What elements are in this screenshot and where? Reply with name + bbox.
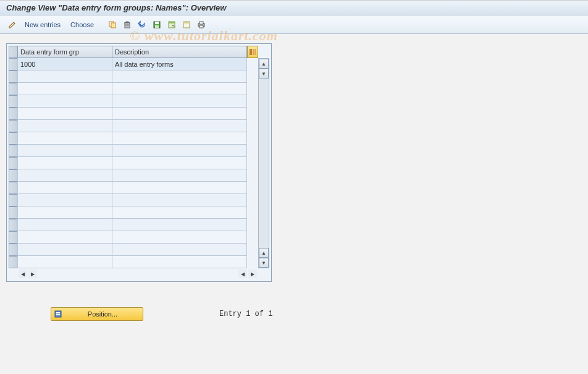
cell-description[interactable] bbox=[112, 231, 247, 244]
new-entries-link[interactable]: New entries bbox=[21, 20, 64, 30]
row-selector[interactable] bbox=[9, 108, 17, 120]
deselect-all-icon[interactable] bbox=[180, 19, 193, 31]
svg-rect-9 bbox=[183, 22, 190, 23]
row-selector[interactable] bbox=[9, 157, 17, 169]
cell-group[interactable] bbox=[17, 256, 112, 268]
cell-group[interactable] bbox=[17, 83, 112, 95]
svg-rect-12 bbox=[200, 25, 203, 28]
cell-group[interactable] bbox=[17, 194, 112, 206]
scroll-left-icon[interactable]: ◀ bbox=[238, 270, 247, 278]
table-row[interactable] bbox=[9, 169, 269, 182]
scroll-right-icon[interactable]: ▶ bbox=[28, 270, 37, 278]
row-selector[interactable] bbox=[9, 70, 17, 83]
table-row[interactable] bbox=[9, 256, 269, 268]
cell-group[interactable] bbox=[17, 108, 112, 120]
cell-group[interactable]: 1000 bbox=[17, 58, 112, 70]
row-selector[interactable] bbox=[9, 256, 17, 268]
cell-description[interactable] bbox=[112, 256, 247, 268]
table-row[interactable] bbox=[9, 83, 269, 95]
svg-rect-13 bbox=[250, 49, 252, 55]
cell-description[interactable] bbox=[112, 244, 247, 256]
table-row[interactable] bbox=[9, 231, 269, 244]
cell-group[interactable] bbox=[17, 182, 112, 194]
row-selector[interactable] bbox=[9, 219, 17, 231]
cell-description[interactable] bbox=[112, 182, 247, 194]
scroll-down-icon[interactable]: ▼ bbox=[259, 69, 269, 79]
cell-description[interactable] bbox=[112, 157, 247, 169]
cell-group[interactable] bbox=[17, 231, 112, 244]
scroll-right-icon[interactable]: ▶ bbox=[248, 270, 257, 278]
scroll-up-icon[interactable]: ▲ bbox=[259, 248, 269, 258]
svg-rect-1 bbox=[111, 23, 116, 28]
cell-group[interactable] bbox=[17, 157, 112, 169]
cell-description[interactable] bbox=[112, 95, 247, 108]
table-header-row: Data entry form grp Description bbox=[9, 46, 269, 58]
column-header-description[interactable]: Description bbox=[112, 46, 247, 58]
table-row[interactable] bbox=[9, 244, 269, 256]
content-area: Data entry form grp Description 1000 All… bbox=[0, 34, 588, 374]
undo-icon[interactable] bbox=[136, 19, 148, 31]
position-button[interactable]: Position... bbox=[51, 307, 143, 321]
cell-description[interactable] bbox=[112, 219, 247, 231]
table-row[interactable] bbox=[9, 132, 269, 145]
scroll-down-icon[interactable]: ▼ bbox=[259, 258, 269, 268]
table-row[interactable] bbox=[9, 219, 269, 231]
column-header-group[interactable]: Data entry form grp bbox=[17, 46, 112, 58]
cell-description[interactable] bbox=[112, 108, 247, 120]
scroll-left-icon[interactable]: ◀ bbox=[19, 270, 27, 278]
cell-group[interactable] bbox=[17, 132, 112, 145]
row-selector[interactable] bbox=[9, 58, 17, 70]
row-selector[interactable] bbox=[9, 95, 17, 108]
copy-icon[interactable] bbox=[106, 19, 119, 31]
cell-group[interactable] bbox=[17, 70, 112, 83]
title-bar: Change View "Data entry form groups: Nam… bbox=[0, 1, 588, 15]
scroll-up-icon[interactable]: ▲ bbox=[259, 59, 269, 69]
horizontal-scrollbar[interactable]: ◀ ▶ ◀ ▶ bbox=[9, 268, 269, 279]
cell-description[interactable] bbox=[112, 194, 247, 206]
cell-description[interactable]: All data entry forms bbox=[112, 58, 247, 70]
pencil-icon[interactable] bbox=[6, 19, 19, 31]
choose-link[interactable]: Choose bbox=[67, 20, 98, 30]
vertical-scrollbar[interactable]: ▲ ▼ ▲ ▼ bbox=[258, 58, 269, 268]
corner-selector[interactable] bbox=[9, 46, 17, 58]
table-row[interactable] bbox=[9, 182, 269, 194]
table-row[interactable] bbox=[9, 145, 269, 157]
row-selector[interactable] bbox=[9, 182, 17, 194]
save-icon[interactable] bbox=[151, 19, 163, 31]
cell-description[interactable] bbox=[112, 70, 247, 83]
row-selector[interactable] bbox=[9, 206, 17, 219]
select-all-icon[interactable] bbox=[166, 19, 178, 31]
row-selector[interactable] bbox=[9, 120, 17, 132]
row-selector[interactable] bbox=[9, 244, 17, 256]
cell-description[interactable] bbox=[112, 145, 247, 157]
cell-description[interactable] bbox=[112, 206, 247, 219]
row-selector[interactable] bbox=[9, 132, 17, 145]
row-selector[interactable] bbox=[9, 194, 17, 206]
cell-group[interactable] bbox=[17, 120, 112, 132]
print-icon[interactable] bbox=[195, 19, 208, 31]
row-selector[interactable] bbox=[9, 231, 17, 244]
table-row[interactable] bbox=[9, 157, 269, 169]
cell-group[interactable] bbox=[17, 206, 112, 219]
cell-group[interactable] bbox=[17, 169, 112, 182]
cell-group[interactable] bbox=[17, 219, 112, 231]
row-selector[interactable] bbox=[9, 169, 17, 182]
cell-description[interactable] bbox=[112, 169, 247, 182]
cell-description[interactable] bbox=[112, 83, 247, 95]
table-row[interactable] bbox=[9, 120, 269, 132]
cell-description[interactable] bbox=[112, 120, 247, 132]
row-selector[interactable] bbox=[9, 145, 17, 157]
table-settings-icon[interactable] bbox=[247, 46, 258, 58]
table-row[interactable]: 1000 All data entry forms bbox=[9, 58, 269, 70]
cell-group[interactable] bbox=[17, 145, 112, 157]
row-selector[interactable] bbox=[9, 83, 17, 95]
table-row[interactable] bbox=[9, 108, 269, 120]
delete-icon[interactable] bbox=[121, 19, 133, 31]
table-row[interactable] bbox=[9, 194, 269, 206]
table-row[interactable] bbox=[9, 206, 269, 219]
cell-group[interactable] bbox=[17, 95, 112, 108]
cell-group[interactable] bbox=[17, 244, 112, 256]
table-row[interactable] bbox=[9, 70, 269, 83]
table-row[interactable] bbox=[9, 95, 269, 108]
cell-description[interactable] bbox=[112, 132, 247, 145]
